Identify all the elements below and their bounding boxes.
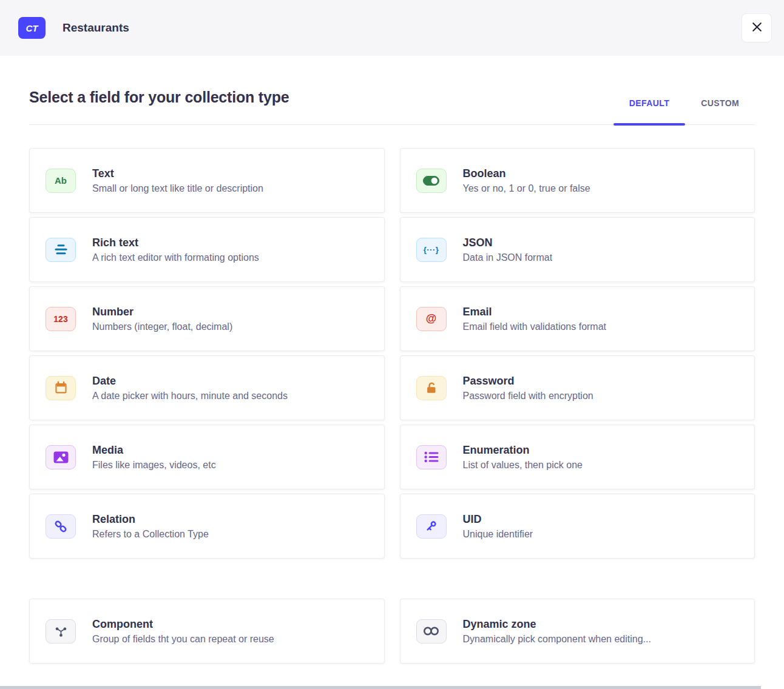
tab-default[interactable]: DEFAULT xyxy=(613,98,685,124)
tab-custom[interactable]: CUSTOM xyxy=(685,98,755,124)
field-card-rich-text[interactable]: Rich textA rich text editor with formati… xyxy=(29,217,385,282)
field-card-text: NumberNumbers (integer, float, decimal) xyxy=(92,306,232,332)
email-icon: @ xyxy=(416,307,447,331)
media-image-icon xyxy=(46,445,76,469)
component-icon xyxy=(46,619,76,644)
field-name: Rich text xyxy=(92,237,259,249)
field-description: Numbers (integer, float, decimal) xyxy=(92,321,232,332)
field-card-text: Rich textA rich text editor with formati… xyxy=(92,237,259,263)
field-name: Component xyxy=(92,618,274,631)
field-card-number[interactable]: 123NumberNumbers (integer, float, decima… xyxy=(29,286,385,351)
close-icon xyxy=(751,21,763,35)
field-card-text: MediaFiles like images, videos, etc xyxy=(92,444,216,471)
date-icon xyxy=(46,376,76,400)
field-name: Text xyxy=(92,167,263,180)
field-card-password[interactable]: PasswordPassword field with encryption xyxy=(400,355,755,420)
advanced-field-grid: ComponentGroup of fields tht you can rep… xyxy=(29,599,755,664)
field-description: A date picker with hours, minute and sec… xyxy=(92,391,288,402)
collection-type-badge: CT xyxy=(18,17,46,39)
field-name: Media xyxy=(92,444,216,457)
field-card-text: EnumerationList of values, then pick one xyxy=(463,444,583,471)
field-card-text: EmailEmail field with validations format xyxy=(463,306,607,332)
field-card-relation[interactable]: RelationRefers to a Collection Type xyxy=(29,494,385,559)
field-description: Yes or no, 1 or 0, true or false xyxy=(463,183,590,194)
modal-title: Restaurants xyxy=(63,21,129,35)
field-card-text: PasswordPassword field with encryption xyxy=(463,375,593,402)
title-row: Select a field for your collection type … xyxy=(29,89,755,125)
field-name: Number xyxy=(92,306,232,318)
footer-top-edge xyxy=(0,686,761,689)
number-icon: 123 xyxy=(46,307,76,331)
text-icon-glyph: Ab xyxy=(55,175,67,186)
field-name: Date xyxy=(92,375,288,388)
text-icon: Ab xyxy=(46,169,76,193)
field-description: Dynamically pick component when editing.… xyxy=(463,634,651,645)
field-card-media[interactable]: MediaFiles like images, videos, etc xyxy=(29,425,385,489)
field-card-dynamic-zone[interactable]: Dynamic zoneDynamically pick component w… xyxy=(400,599,755,664)
modal-body: Select a field for your collection type … xyxy=(0,89,784,664)
json-icon-glyph: {···} xyxy=(424,245,439,254)
password-lock-icon xyxy=(416,376,447,400)
field-card-text[interactable]: AbTextSmall or long text like title or d… xyxy=(29,148,385,213)
enumeration-list-icon xyxy=(416,445,447,469)
field-description: Password field with encryption xyxy=(463,391,593,402)
close-button[interactable] xyxy=(742,13,772,42)
field-card-text: BooleanYes or no, 1 or 0, true or false xyxy=(463,167,590,194)
rich-text-icon xyxy=(46,238,76,262)
uid-key-icon xyxy=(416,514,447,539)
field-name: UID xyxy=(463,513,533,526)
field-name: Boolean xyxy=(463,167,590,180)
field-description: Unique identifier xyxy=(463,529,533,540)
field-card-uid[interactable]: UIDUnique identifier xyxy=(400,494,755,559)
field-card-boolean[interactable]: BooleanYes or no, 1 or 0, true or false xyxy=(400,148,755,213)
dynamic-zone-icon xyxy=(416,619,447,644)
field-description: Files like images, videos, etc xyxy=(92,460,216,471)
modal-header: CT Restaurants xyxy=(0,0,784,56)
boolean-toggle-icon xyxy=(416,169,447,193)
field-card-text: JSONData in JSON format xyxy=(463,237,553,263)
email-icon-glyph: @ xyxy=(426,312,437,325)
field-card-text: UIDUnique identifier xyxy=(463,513,533,540)
field-name: JSON xyxy=(463,237,553,249)
field-card-date[interactable]: DateA date picker with hours, minute and… xyxy=(29,355,385,420)
field-description: Small or long text like title or descrip… xyxy=(92,183,263,194)
default-field-grid: AbTextSmall or long text like title or d… xyxy=(29,148,755,559)
field-description: Data in JSON format xyxy=(463,252,553,263)
number-icon-glyph: 123 xyxy=(53,314,67,324)
field-card-json[interactable]: {···}JSONData in JSON format xyxy=(400,217,755,282)
field-card-text: DateA date picker with hours, minute and… xyxy=(92,375,288,402)
field-card-text: RelationRefers to a Collection Type xyxy=(92,513,209,540)
field-name: Password xyxy=(463,375,593,388)
field-name: Enumeration xyxy=(463,444,583,457)
field-card-email[interactable]: @EmailEmail field with validations forma… xyxy=(400,286,755,351)
field-description: A rich text editor with formating option… xyxy=(92,252,259,263)
field-card-text: Dynamic zoneDynamically pick component w… xyxy=(463,618,651,645)
page-title: Select a field for your collection type xyxy=(29,89,289,124)
field-description: Group of fields tht you can repeat or re… xyxy=(92,634,274,645)
tabs: DEFAULTCUSTOM xyxy=(613,98,755,124)
field-name: Relation xyxy=(92,513,209,526)
field-name: Email xyxy=(463,306,607,318)
field-card-component[interactable]: ComponentGroup of fields tht you can rep… xyxy=(29,599,385,664)
field-card-text: ComponentGroup of fields tht you can rep… xyxy=(92,618,274,645)
field-description: List of values, then pick one xyxy=(463,460,583,471)
field-card-enumeration[interactable]: EnumerationList of values, then pick one xyxy=(400,425,755,489)
field-card-text: TextSmall or long text like title or des… xyxy=(92,167,263,194)
field-description: Email field with validations format xyxy=(463,321,607,332)
field-description: Refers to a Collection Type xyxy=(92,529,209,540)
json-icon: {···} xyxy=(416,238,447,262)
relation-link-icon xyxy=(46,514,76,539)
field-name: Dynamic zone xyxy=(463,618,651,631)
